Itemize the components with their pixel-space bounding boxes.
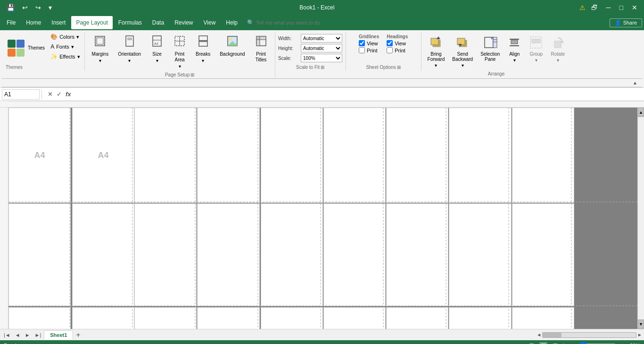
page-break-view-button[interactable]: ▤	[551, 342, 559, 344]
scroll-left-button[interactable]: ◄	[537, 332, 541, 337]
confirm-formula-button[interactable]: ✓	[56, 91, 63, 98]
save-button[interactable]: 💾	[4, 3, 17, 12]
menu-insert[interactable]: Insert	[47, 16, 70, 29]
gridlines-print-check[interactable]: Print	[359, 47, 379, 53]
undo-button[interactable]: ↩	[19, 3, 31, 12]
svg-marker-24	[437, 36, 440, 39]
menu-page-layout[interactable]: Page Layout	[71, 16, 112, 29]
gridlines-print-checkbox[interactable]	[359, 47, 365, 53]
menu-file[interactable]: File	[2, 16, 20, 29]
bring-forward-button[interactable]: BringForward ▾	[424, 33, 448, 70]
scroll-down-button[interactable]: ▼	[638, 319, 644, 329]
function-button[interactable]: fx	[65, 91, 72, 98]
cancel-formula-button[interactable]: ✕	[47, 91, 54, 98]
close-button[interactable]: ✕	[629, 3, 640, 12]
print-titles-button[interactable]: PrintTitles	[250, 32, 272, 65]
sheet-tab-1[interactable]: Sheet1	[44, 330, 73, 339]
minimize-button[interactable]: ─	[603, 3, 614, 12]
align-button[interactable]: Align ▾	[504, 33, 525, 65]
headings-title: Headings	[387, 34, 408, 39]
rotate-button[interactable]: Rotate ▾	[547, 33, 568, 65]
page-1: A4	[8, 108, 71, 203]
page-12	[134, 203, 197, 306]
selection-pane-icon	[483, 35, 497, 50]
effects-button[interactable]: ✨ Effects ▾	[48, 52, 82, 61]
zoom-slider[interactable]	[578, 342, 616, 344]
themes-button[interactable]: Themes	[4, 32, 48, 64]
page-21	[134, 307, 197, 329]
scale-expand-icon[interactable]: ⊞	[321, 65, 324, 70]
colors-button[interactable]: 🎨 Colors ▾	[48, 32, 82, 42]
scale-select[interactable]: 100% 75% 50%	[301, 54, 342, 62]
menu-help[interactable]: Help	[221, 16, 242, 29]
scroll-right-button[interactable]: ►	[637, 332, 642, 337]
page-layout-view-button[interactable]: ▣	[539, 342, 547, 344]
send-backward-dropdown: ▾	[462, 63, 464, 68]
zoom-in-button[interactable]: +	[620, 342, 626, 344]
status-right: ▦ ▣ ▤ | ─ + 20%	[528, 342, 640, 344]
sheet-options-inner: Gridlines View Print Headings View	[359, 32, 408, 64]
headings-print-check[interactable]: Print	[387, 47, 408, 53]
margins-dropdown-icon: ▾	[99, 58, 101, 63]
background-button[interactable]: Background	[215, 32, 249, 59]
menu-home[interactable]: Home	[21, 16, 46, 29]
page-14	[261, 203, 323, 306]
width-label: Width:	[278, 36, 299, 41]
window-controls: ⚠ 🗗 ─ □ ✕	[579, 3, 640, 12]
size-button[interactable]: A4 Size ▾	[146, 32, 168, 66]
cell-reference-input[interactable]	[2, 89, 40, 100]
sheet-options-expand-icon[interactable]: ⊞	[397, 65, 401, 70]
headings-print-checkbox[interactable]	[387, 47, 393, 53]
window-title: Book1 - Excel	[55, 4, 579, 11]
formula-input[interactable]	[77, 88, 642, 101]
menu-review[interactable]: Review	[170, 16, 198, 29]
colors-icon: 🎨	[50, 34, 58, 40]
menu-view[interactable]: View	[199, 16, 221, 29]
breaks-button[interactable]: Breaks ▾	[191, 32, 215, 66]
ribbon-display-button[interactable]: 🗗	[588, 3, 601, 12]
scroll-up-button[interactable]: ▲	[638, 108, 644, 117]
sheet-nav-first-button[interactable]: |◄	[2, 332, 12, 338]
gridlines-view-check[interactable]: View	[359, 40, 379, 46]
headings-view-check[interactable]: View	[387, 40, 408, 46]
sheet-nav-last-button[interactable]: ►|	[33, 332, 43, 338]
zoom-out-button[interactable]: ─	[568, 342, 575, 344]
orientation-button[interactable]: Orientation ▾	[114, 32, 145, 66]
horizontal-scroll-area: ◄ ►	[537, 332, 642, 338]
menu-data[interactable]: Data	[148, 16, 169, 29]
sheet-nav-prev-button[interactable]: ◄	[13, 332, 22, 338]
page-6	[323, 108, 386, 203]
page-setup-group-label: Page Setup ⊞	[88, 71, 272, 78]
print-area-button[interactable]: PrintArea ▾	[169, 32, 190, 71]
horizontal-scrollbar-thumb[interactable]	[543, 333, 561, 337]
send-backward-button[interactable]: SendBackward ▾	[449, 33, 476, 70]
margins-button[interactable]: Margins ▾	[88, 32, 113, 66]
fonts-button[interactable]: A Fonts ▾	[48, 42, 82, 51]
page-setup-expand-icon[interactable]: ⊞	[190, 72, 194, 77]
group-button[interactable]: Group ▾	[526, 33, 546, 65]
width-select[interactable]: Automatic 1 page 2 pages	[301, 34, 342, 42]
page2-label: A4	[98, 151, 108, 160]
height-row: Height: Automatic 1 page 2 pages	[278, 44, 342, 52]
search-input[interactable]	[256, 20, 341, 25]
selection-pane-button[interactable]: SelectionPane	[477, 33, 503, 64]
svg-text:A4: A4	[154, 42, 158, 45]
maximize-button[interactable]: □	[617, 3, 626, 12]
headings-view-checkbox[interactable]	[387, 40, 393, 46]
gridlines-view-checkbox[interactable]	[359, 40, 365, 46]
redo-button[interactable]: ↪	[33, 3, 44, 12]
normal-view-button[interactable]: ▦	[528, 342, 536, 344]
horizontal-scrollbar-track[interactable]	[542, 332, 636, 338]
customize-qat-button[interactable]: ▾	[46, 3, 55, 12]
ribbon-content: Themes 🎨 Colors ▾ A Fonts ▾ ✨	[2, 32, 642, 78]
page-5	[261, 108, 323, 203]
page-27	[512, 307, 574, 329]
height-select[interactable]: Automatic 1 page 2 pages	[301, 44, 342, 52]
formula-divider	[41, 90, 42, 99]
ribbon-collapse-button[interactable]: ▲	[630, 80, 640, 85]
vertical-scrollbar[interactable]: ▲ ▼	[637, 108, 644, 329]
share-button[interactable]: 👤 Share	[610, 18, 642, 27]
sheet-nav-next-button[interactable]: ►	[23, 332, 32, 338]
add-sheet-button[interactable]: +	[74, 331, 82, 339]
menu-formulas[interactable]: Formulas	[114, 16, 147, 29]
